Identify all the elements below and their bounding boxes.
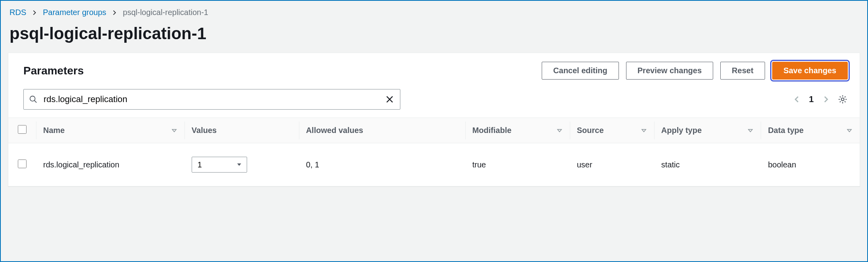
column-source-label: Source — [577, 126, 604, 135]
breadcrumb-current: psql-logical-replication-1 — [123, 8, 208, 17]
cell-source: user — [570, 143, 654, 186]
page-number: 1 — [809, 94, 814, 104]
select-all-checkbox[interactable] — [18, 125, 27, 134]
column-allowed[interactable]: Allowed values — [299, 118, 465, 143]
breadcrumb: RDS Parameter groups psql-logical-replic… — [1, 1, 867, 20]
sort-icon — [747, 127, 754, 134]
column-name-label: Name — [43, 126, 65, 135]
page-title: psql-logical-replication-1 — [1, 20, 867, 53]
search-input[interactable] — [23, 89, 400, 110]
svg-point-4 — [841, 98, 844, 101]
cell-allowed: 0, 1 — [299, 143, 465, 186]
breadcrumb-rds[interactable]: RDS — [10, 8, 26, 17]
value-select[interactable]: 1 — [192, 157, 247, 173]
column-apply-type[interactable]: Apply type — [654, 118, 761, 143]
select-all-header — [8, 118, 36, 143]
settings-icon[interactable] — [838, 94, 848, 104]
cancel-editing-button[interactable]: Cancel editing — [542, 62, 619, 80]
breadcrumb-parameter-groups[interactable]: Parameter groups — [43, 8, 106, 17]
cell-values: 1 — [185, 143, 299, 186]
table-row: rds.logical_replication 1 0, 1 true user… — [8, 143, 860, 186]
search-field — [23, 89, 400, 110]
column-source[interactable]: Source — [570, 118, 654, 143]
column-allowed-label: Allowed values — [306, 126, 364, 135]
column-modifiable[interactable]: Modifiable — [465, 118, 570, 143]
svg-line-1 — [34, 101, 37, 103]
cell-modifiable: true — [465, 143, 570, 186]
clear-search-icon[interactable] — [385, 95, 394, 104]
pagination: 1 — [793, 94, 830, 104]
chevron-right-icon — [112, 10, 117, 15]
parameters-panel: Parameters Cancel editing Preview change… — [8, 53, 860, 186]
page-next-button[interactable] — [822, 96, 830, 103]
reset-button[interactable]: Reset — [720, 62, 765, 80]
column-name[interactable]: Name — [36, 118, 185, 143]
sort-icon — [641, 127, 647, 134]
panel-title: Parameters — [23, 65, 84, 77]
column-data-type[interactable]: Data type — [761, 118, 860, 143]
parameters-table: Name Values Allowed values Modi — [8, 118, 860, 186]
sort-icon — [556, 127, 563, 134]
column-modifiable-label: Modifiable — [472, 126, 512, 135]
search-icon — [29, 95, 38, 104]
svg-point-0 — [30, 96, 35, 101]
column-apply-type-label: Apply type — [661, 126, 702, 135]
cell-apply-type: static — [654, 143, 761, 186]
page-prev-button[interactable] — [793, 96, 800, 103]
cell-data-type: boolean — [761, 143, 860, 186]
cell-name: rds.logical_replication — [36, 143, 185, 186]
column-values-label: Values — [192, 126, 217, 135]
save-changes-button[interactable]: Save changes — [772, 62, 848, 80]
row-checkbox[interactable] — [18, 159, 27, 168]
preview-changes-button[interactable]: Preview changes — [626, 62, 713, 80]
column-data-type-label: Data type — [768, 126, 803, 135]
sort-icon — [171, 127, 177, 134]
chevron-right-icon — [32, 10, 37, 15]
column-values[interactable]: Values — [185, 118, 299, 143]
sort-icon — [846, 127, 853, 134]
